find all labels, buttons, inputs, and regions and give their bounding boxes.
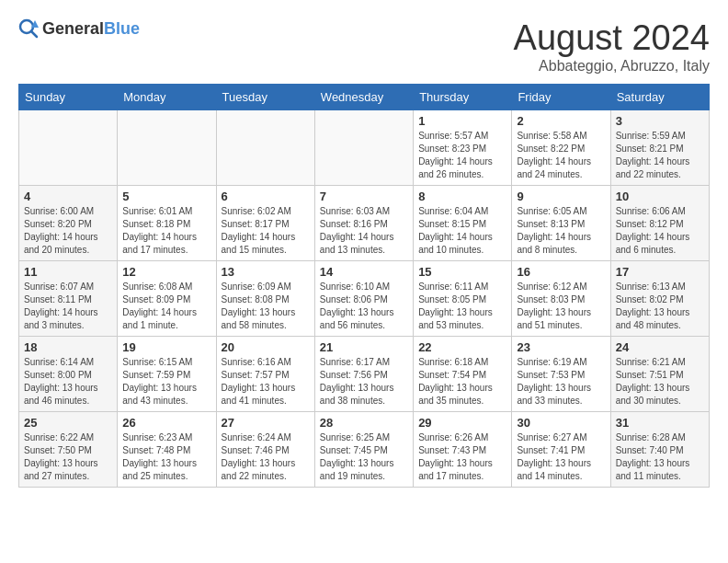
col-header-tuesday: Tuesday [216,85,314,110]
day-info: Sunrise: 6:26 AM Sunset: 7:43 PM Dayligh… [418,431,506,483]
day-info: Sunrise: 6:17 AM Sunset: 7:56 PM Dayligh… [320,356,408,408]
day-number: 27 [222,416,310,430]
col-header-friday: Friday [512,85,610,110]
day-number: 26 [122,416,210,430]
calendar-cell: 17Sunrise: 6:13 AM Sunset: 8:02 PM Dayli… [610,261,709,337]
day-number: 15 [418,265,506,279]
day-number: 30 [517,416,605,430]
calendar-cell: 13Sunrise: 6:09 AM Sunset: 8:08 PM Dayli… [216,261,314,337]
day-info: Sunrise: 6:18 AM Sunset: 7:54 PM Dayligh… [418,356,506,408]
day-number: 13 [222,265,310,279]
day-number: 1 [418,114,506,128]
calendar-cell: 5Sunrise: 6:01 AM Sunset: 8:18 PM Daylig… [118,186,216,261]
day-number: 6 [222,190,310,203]
day-number: 24 [616,340,704,354]
day-info: Sunrise: 6:13 AM Sunset: 8:02 PM Dayligh… [616,281,704,332]
calendar-cell [118,110,216,186]
day-info: Sunrise: 6:28 AM Sunset: 7:40 PM Dayligh… [616,431,704,483]
calendar-cell: 2Sunrise: 5:58 AM Sunset: 8:22 PM Daylig… [512,110,610,186]
day-info: Sunrise: 6:25 AM Sunset: 7:45 PM Dayligh… [320,431,408,483]
day-number: 2 [517,114,605,128]
calendar-cell: 24Sunrise: 6:21 AM Sunset: 7:51 PM Dayli… [610,337,709,412]
logo: GeneralBlue [18,18,140,39]
calendar-cell: 1Sunrise: 5:57 AM Sunset: 8:23 PM Daylig… [414,110,512,186]
calendar-cell: 10Sunrise: 6:06 AM Sunset: 8:12 PM Dayli… [610,186,709,261]
col-header-monday: Monday [118,85,216,110]
calendar-cell: 3Sunrise: 5:59 AM Sunset: 8:21 PM Daylig… [610,110,709,186]
logo-text: GeneralBlue [42,19,140,39]
day-number: 4 [24,190,112,203]
week-row-1: 1Sunrise: 5:57 AM Sunset: 8:23 PM Daylig… [19,110,710,186]
day-info: Sunrise: 6:05 AM Sunset: 8:13 PM Dayligh… [517,205,605,257]
day-info: Sunrise: 6:03 AM Sunset: 8:16 PM Dayligh… [320,205,408,257]
month-year-title: August 2024 [514,18,710,58]
day-number: 16 [517,265,605,279]
calendar-cell [216,110,314,186]
calendar-cell: 22Sunrise: 6:18 AM Sunset: 7:54 PM Dayli… [414,337,512,412]
day-number: 25 [24,416,112,430]
week-row-2: 4Sunrise: 6:00 AM Sunset: 8:20 PM Daylig… [19,186,710,261]
day-number: 11 [24,265,112,279]
calendar-cell: 25Sunrise: 6:22 AM Sunset: 7:50 PM Dayli… [19,412,118,488]
logo-icon [18,18,39,39]
day-number: 20 [222,340,310,354]
calendar-cell: 20Sunrise: 6:16 AM Sunset: 7:57 PM Dayli… [216,337,314,412]
calendar-cell: 8Sunrise: 6:04 AM Sunset: 8:15 PM Daylig… [414,186,512,261]
day-info: Sunrise: 6:19 AM Sunset: 7:53 PM Dayligh… [517,356,605,408]
day-number: 3 [616,114,704,128]
day-info: Sunrise: 6:14 AM Sunset: 8:00 PM Dayligh… [24,356,112,408]
day-number: 8 [418,190,506,203]
col-header-thursday: Thursday [414,85,512,110]
day-info: Sunrise: 5:58 AM Sunset: 8:22 PM Dayligh… [517,130,605,181]
day-info: Sunrise: 6:04 AM Sunset: 8:15 PM Dayligh… [418,205,506,257]
week-row-4: 18Sunrise: 6:14 AM Sunset: 8:00 PM Dayli… [19,337,710,412]
day-number: 18 [24,340,112,354]
day-info: Sunrise: 5:59 AM Sunset: 8:21 PM Dayligh… [616,130,704,181]
calendar-cell: 6Sunrise: 6:02 AM Sunset: 8:17 PM Daylig… [216,186,314,261]
day-info: Sunrise: 6:00 AM Sunset: 8:20 PM Dayligh… [24,205,112,257]
day-number: 9 [517,190,605,203]
day-info: Sunrise: 6:12 AM Sunset: 8:03 PM Dayligh… [517,281,605,332]
week-row-3: 11Sunrise: 6:07 AM Sunset: 8:11 PM Dayli… [19,261,710,337]
day-info: Sunrise: 6:11 AM Sunset: 8:05 PM Dayligh… [418,281,506,332]
calendar-cell: 15Sunrise: 6:11 AM Sunset: 8:05 PM Dayli… [414,261,512,337]
calendar-cell: 19Sunrise: 6:15 AM Sunset: 7:59 PM Dayli… [118,337,216,412]
col-header-saturday: Saturday [610,85,709,110]
day-info: Sunrise: 6:24 AM Sunset: 7:46 PM Dayligh… [222,431,310,483]
day-number: 29 [418,416,506,430]
header-row: SundayMondayTuesdayWednesdayThursdayFrid… [19,85,710,110]
calendar-cell [19,110,118,186]
calendar-cell: 16Sunrise: 6:12 AM Sunset: 8:03 PM Dayli… [512,261,610,337]
calendar-cell: 4Sunrise: 6:00 AM Sunset: 8:20 PM Daylig… [19,186,118,261]
day-info: Sunrise: 6:23 AM Sunset: 7:48 PM Dayligh… [122,431,210,483]
calendar-table: SundayMondayTuesdayWednesdayThursdayFrid… [18,84,710,488]
calendar-cell: 12Sunrise: 6:08 AM Sunset: 8:09 PM Dayli… [118,261,216,337]
calendar-cell: 23Sunrise: 6:19 AM Sunset: 7:53 PM Dayli… [512,337,610,412]
calendar-cell: 9Sunrise: 6:05 AM Sunset: 8:13 PM Daylig… [512,186,610,261]
calendar-cell: 14Sunrise: 6:10 AM Sunset: 8:06 PM Dayli… [314,261,413,337]
day-info: Sunrise: 6:02 AM Sunset: 8:17 PM Dayligh… [222,205,310,257]
day-number: 21 [320,340,408,354]
calendar-cell: 29Sunrise: 6:26 AM Sunset: 7:43 PM Dayli… [414,412,512,488]
calendar-cell: 21Sunrise: 6:17 AM Sunset: 7:56 PM Dayli… [314,337,413,412]
day-number: 31 [616,416,704,430]
day-info: Sunrise: 6:15 AM Sunset: 7:59 PM Dayligh… [122,356,210,408]
day-info: Sunrise: 6:27 AM Sunset: 7:41 PM Dayligh… [517,431,605,483]
day-number: 7 [320,190,408,203]
calendar-cell: 30Sunrise: 6:27 AM Sunset: 7:41 PM Dayli… [512,412,610,488]
logo-blue: Blue [104,19,140,38]
day-info: Sunrise: 6:07 AM Sunset: 8:11 PM Dayligh… [24,281,112,332]
calendar-cell: 11Sunrise: 6:07 AM Sunset: 8:11 PM Dayli… [19,261,118,337]
week-row-5: 25Sunrise: 6:22 AM Sunset: 7:50 PM Dayli… [19,412,710,488]
logo-general: General [42,19,104,38]
calendar-cell: 18Sunrise: 6:14 AM Sunset: 8:00 PM Dayli… [19,337,118,412]
calendar-cell: 7Sunrise: 6:03 AM Sunset: 8:16 PM Daylig… [314,186,413,261]
day-number: 22 [418,340,506,354]
day-info: Sunrise: 6:09 AM Sunset: 8:08 PM Dayligh… [222,281,310,332]
day-number: 14 [320,265,408,279]
calendar-cell: 28Sunrise: 6:25 AM Sunset: 7:45 PM Dayli… [314,412,413,488]
day-number: 12 [122,265,210,279]
day-info: Sunrise: 6:01 AM Sunset: 8:18 PM Dayligh… [122,205,210,257]
day-info: Sunrise: 5:57 AM Sunset: 8:23 PM Dayligh… [418,130,506,181]
col-header-wednesday: Wednesday [314,85,413,110]
